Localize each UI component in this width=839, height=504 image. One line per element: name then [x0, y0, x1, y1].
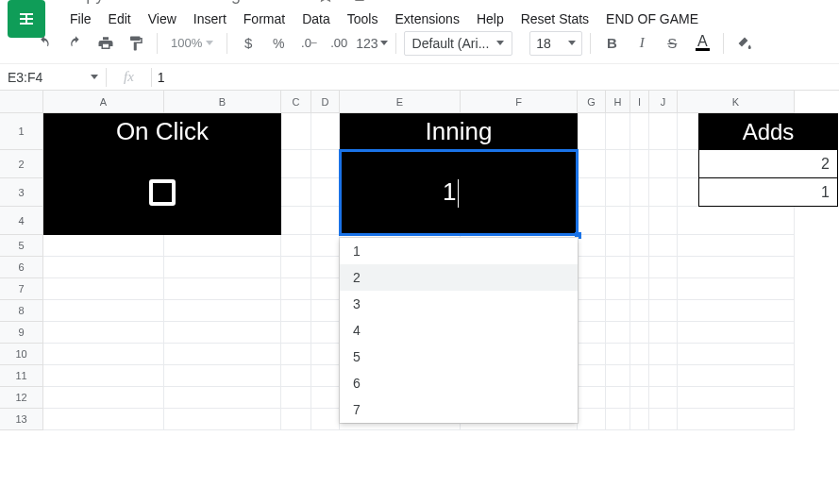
cell[interactable] [578, 278, 606, 300]
row-header-13[interactable]: 13 [0, 409, 43, 430]
cell[interactable] [311, 257, 340, 278]
col-header-F[interactable]: F [461, 91, 578, 113]
cell[interactable] [678, 278, 795, 300]
col-header-D[interactable]: D [311, 91, 340, 113]
autocomplete-option[interactable]: 2 [340, 264, 578, 291]
cell[interactable] [630, 235, 649, 257]
cell[interactable] [281, 178, 311, 207]
cell[interactable] [678, 387, 795, 409]
cell[interactable] [311, 387, 340, 409]
cell[interactable] [43, 409, 164, 430]
cell[interactable] [164, 322, 281, 344]
cell[interactable] [43, 344, 164, 365]
cell[interactable] [281, 387, 311, 409]
cell[interactable] [630, 300, 649, 322]
onclick-header-cell[interactable]: On Click [43, 113, 281, 150]
cell[interactable] [281, 150, 311, 178]
col-header-J[interactable]: J [649, 91, 678, 113]
percent-button[interactable]: % [265, 29, 292, 58]
cell[interactable] [164, 235, 281, 257]
cell[interactable] [164, 257, 281, 278]
cell[interactable] [311, 178, 340, 207]
menu-tools[interactable]: Tools [340, 8, 386, 30]
cell[interactable] [311, 300, 340, 322]
menu-help[interactable]: Help [469, 8, 512, 30]
paint-format-button[interactable] [123, 29, 149, 58]
cell[interactable] [649, 235, 678, 257]
autocomplete-option[interactable]: 5 [340, 344, 578, 370]
cell[interactable] [606, 278, 630, 300]
formula-input[interactable]: 1 [152, 70, 165, 85]
cell[interactable] [606, 235, 630, 257]
col-header-B[interactable]: B [164, 91, 281, 113]
font-size-select[interactable]: 18 [529, 31, 582, 56]
currency-button[interactable]: $ [235, 29, 261, 58]
star-icon[interactable] [317, 0, 334, 3]
adds-row-1[interactable]: 2 [698, 150, 838, 178]
cell[interactable] [164, 409, 281, 430]
cell[interactable] [43, 235, 164, 257]
menu-extensions[interactable]: Extensions [387, 8, 466, 30]
cell[interactable] [630, 278, 649, 300]
cell[interactable] [649, 113, 678, 150]
name-box[interactable]: E3:F4 [0, 70, 106, 85]
cell[interactable] [281, 113, 311, 150]
cell[interactable] [43, 365, 164, 387]
select-all-corner[interactable] [0, 91, 43, 113]
more-formats-button[interactable]: 123 [356, 29, 387, 58]
row-header-12[interactable]: 12 [0, 387, 43, 409]
menu-file[interactable]: File [62, 8, 99, 30]
cell[interactable] [281, 300, 311, 322]
fill-color-button[interactable] [731, 29, 758, 58]
row-header-6[interactable]: 6 [0, 257, 43, 278]
cell[interactable] [311, 365, 340, 387]
cell[interactable] [281, 235, 311, 257]
checkbox-icon[interactable] [149, 179, 176, 206]
cell[interactable] [578, 178, 606, 207]
cell[interactable] [311, 150, 340, 178]
cell[interactable] [649, 278, 678, 300]
col-header-E[interactable]: E [340, 91, 461, 113]
col-header-H[interactable]: H [606, 91, 630, 113]
cell[interactable] [164, 300, 281, 322]
col-header-C[interactable]: C [281, 91, 311, 113]
cell[interactable] [578, 235, 606, 257]
cell[interactable] [606, 365, 630, 387]
cell[interactable] [630, 207, 649, 235]
cell[interactable] [678, 257, 795, 278]
cell[interactable] [281, 322, 311, 344]
cell[interactable] [164, 278, 281, 300]
menu-insert[interactable]: Insert [186, 8, 234, 30]
autocomplete-option[interactable]: 1 [340, 238, 578, 264]
cell[interactable] [649, 300, 678, 322]
col-header-K[interactable]: K [678, 91, 795, 113]
cell[interactable] [281, 365, 311, 387]
text-color-button[interactable]: A [689, 29, 715, 58]
cell[interactable] [630, 322, 649, 344]
row-header-5[interactable]: 5 [0, 235, 43, 257]
cell[interactable] [649, 344, 678, 365]
cell[interactable] [164, 365, 281, 387]
col-header-I[interactable]: I [630, 91, 649, 113]
cell[interactable] [678, 300, 795, 322]
cell[interactable] [578, 257, 606, 278]
row-header-11[interactable]: 11 [0, 365, 43, 387]
cell[interactable] [678, 322, 795, 344]
decrease-decimal-button[interactable]: .0_ [295, 29, 322, 58]
cell[interactable] [606, 344, 630, 365]
cell[interactable] [678, 365, 795, 387]
autocomplete-option[interactable]: 3 [340, 291, 578, 317]
cell[interactable] [630, 257, 649, 278]
undo-button[interactable] [32, 29, 59, 58]
cell[interactable] [578, 207, 606, 235]
cell[interactable] [164, 344, 281, 365]
cell[interactable] [43, 278, 164, 300]
onclick-body-cell[interactable] [43, 150, 281, 235]
row-header-7[interactable]: 7 [0, 278, 43, 300]
bold-button[interactable]: B [598, 29, 625, 58]
cell[interactable] [281, 344, 311, 365]
row-header-2[interactable]: 2 [0, 150, 43, 178]
font-family-select[interactable]: Default (Ari... [404, 31, 513, 56]
cell[interactable] [649, 150, 678, 178]
col-header-A[interactable]: A [43, 91, 164, 113]
